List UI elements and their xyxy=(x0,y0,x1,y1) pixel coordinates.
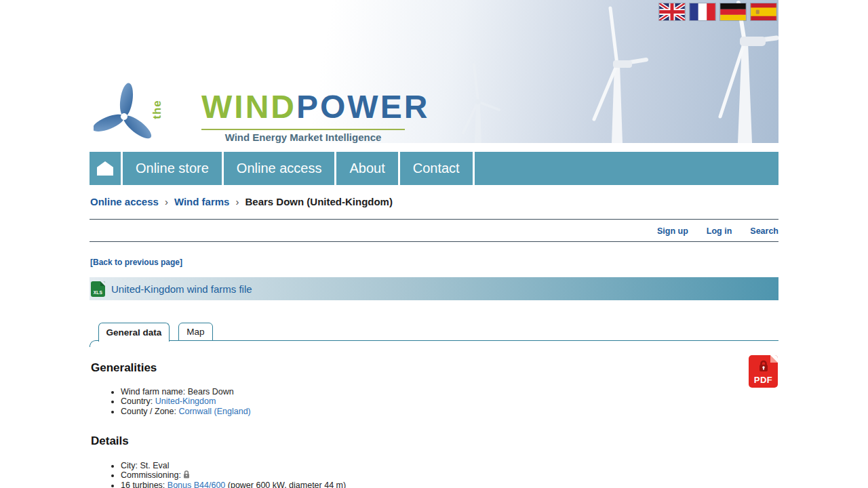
city-label: City: xyxy=(121,461,140,470)
logo-wordmark: WINDPOWER xyxy=(201,88,406,129)
nav-filler xyxy=(475,152,778,185)
nav-online-access[interactable]: Online access xyxy=(224,152,335,185)
turbine-model-link[interactable]: Bonus B44/600 xyxy=(167,481,226,488)
breadcrumb-separator: › xyxy=(235,196,239,207)
header-banner: the WINDPOWER Wind Energy Market Intelli… xyxy=(90,0,778,143)
log-in-link[interactable]: Log in xyxy=(707,226,732,236)
pdf-fold-corner xyxy=(770,355,778,363)
list-item: Country: United-Kingdom xyxy=(121,396,251,406)
county-zone-label: County / Zone: xyxy=(121,407,178,416)
breadcrumb: Online access › Wind farms › Bears Down … xyxy=(90,196,393,207)
search-link[interactable]: Search xyxy=(750,226,778,236)
tab-map[interactable]: Map xyxy=(178,323,213,341)
turbines-count-label: 16 turbines: xyxy=(121,481,167,488)
country-link[interactable]: United-Kingdom xyxy=(155,396,216,406)
logo-tagline: Wind Energy Market Intelligence xyxy=(201,131,405,143)
breadcrumb-current-page: Bears Down (United-Kingdom) xyxy=(245,196,393,207)
nav-about[interactable]: About xyxy=(336,152,397,185)
xls-icon-label: XLS xyxy=(91,290,105,295)
account-links: Sign up Log in Search xyxy=(657,226,778,236)
list-item: Wind farm name: Bears Down xyxy=(121,387,251,396)
windpower-logo-turbine-icon xyxy=(94,83,155,144)
divider-line xyxy=(90,219,778,220)
logo-the-text: the xyxy=(151,96,162,124)
pdf-lock-icon xyxy=(757,360,770,372)
pdf-download-button[interactable]: PDF xyxy=(749,355,778,388)
nav-home-button[interactable] xyxy=(90,152,121,185)
wind-farm-name-value: Bears Down xyxy=(188,387,234,396)
county-zone-link[interactable]: Cornwall (England) xyxy=(178,407,250,416)
xls-file-icon: XLS xyxy=(91,281,105,297)
home-icon xyxy=(97,161,113,176)
logo-power-text: POWER xyxy=(296,89,429,125)
turbine-specs-text: (power 600 kW, diameter 44 m) xyxy=(225,481,346,488)
flag-spain-icon[interactable] xyxy=(751,3,776,20)
details-list: City: St. Eval Commissioning: 16 turbine… xyxy=(108,461,346,488)
language-flags xyxy=(659,3,776,20)
wind-farm-name-label: Wind farm name: xyxy=(121,387,188,396)
generalities-list: Wind farm name: Bears Down Country: Unit… xyxy=(108,387,251,416)
nav-online-store[interactable]: Online store xyxy=(123,152,222,185)
sign-up-link[interactable]: Sign up xyxy=(657,226,688,236)
tab-general-data[interactable]: General data xyxy=(98,323,170,342)
logo-wind-text: WIND xyxy=(201,89,296,125)
list-item: County / Zone: Cornwall (England) xyxy=(121,407,251,416)
flag-united-kingdom-icon[interactable] xyxy=(659,3,685,20)
nav-contact[interactable]: Contact xyxy=(400,152,473,185)
country-label: Country: xyxy=(121,396,155,406)
list-item: Commissioning: xyxy=(121,470,346,480)
back-to-previous-page-link[interactable]: [Back to previous page] xyxy=(90,258,182,267)
main-nav: Online store Online access About Contact xyxy=(90,152,778,185)
list-item: 16 turbines: Bonus B44/600 (power 600 kW… xyxy=(121,481,346,488)
restricted-lock-icon xyxy=(183,470,190,479)
country-file-bar: XLS United-Kingdom wind farms file xyxy=(90,277,778,300)
commissioning-label: Commissioning: xyxy=(121,470,183,480)
page-container: the WINDPOWER Wind Energy Market Intelli… xyxy=(90,0,778,488)
list-item: City: St. Eval xyxy=(121,461,346,470)
flag-france-icon[interactable] xyxy=(690,3,715,20)
details-heading: Details xyxy=(91,434,129,448)
flag-germany-icon[interactable] xyxy=(720,3,746,20)
breadcrumb-separator: › xyxy=(165,196,168,207)
uk-wind-farms-file-link[interactable]: United-Kingdom wind farms file xyxy=(111,283,252,295)
breadcrumb-wind-farms[interactable]: Wind farms xyxy=(174,196,230,207)
logo-underline xyxy=(201,129,405,130)
generalities-heading: Generalities xyxy=(91,361,157,375)
divider-line xyxy=(90,241,778,242)
breadcrumb-online-access[interactable]: Online access xyxy=(90,196,159,207)
pdf-badge-label: PDF xyxy=(749,375,778,385)
wind-turbines-photo xyxy=(439,0,778,143)
city-value: St. Eval xyxy=(140,461,169,470)
